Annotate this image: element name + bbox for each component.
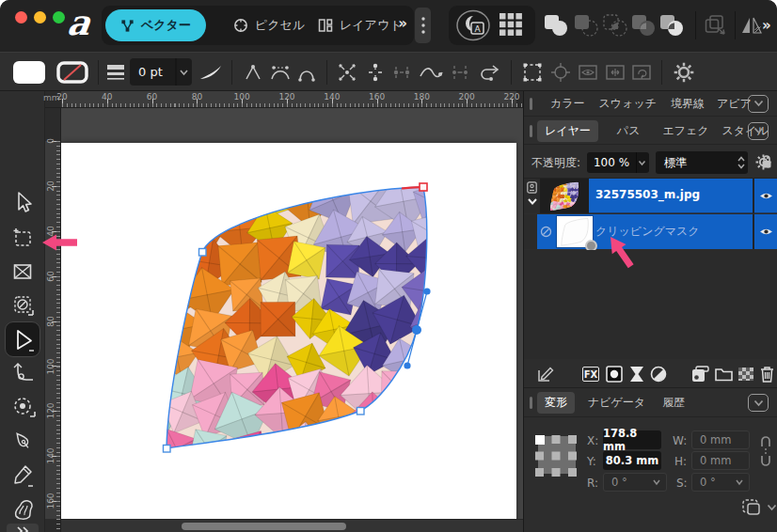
panel-collapse-button[interactable] <box>748 95 769 113</box>
transform-mode-button[interactable] <box>742 499 761 515</box>
edit-all-layers-icon[interactable] <box>537 366 554 383</box>
boolean-add-icon[interactable] <box>544 14 568 37</box>
corner-tool-icon[interactable] <box>12 362 35 386</box>
tab-paths[interactable]: パス <box>617 123 641 139</box>
anchor-point-selector[interactable] <box>535 433 579 477</box>
add-pixel-layer-icon[interactable] <box>691 366 709 383</box>
mask-thumbnail[interactable] <box>556 215 594 248</box>
opacity-combo[interactable]: 100 % <box>587 152 649 173</box>
convert-smart-node-icon[interactable] <box>296 61 317 84</box>
scale-with-object-icon[interactable] <box>604 61 626 84</box>
fill-swatch[interactable] <box>13 61 45 84</box>
curve-node[interactable] <box>199 249 207 257</box>
layer-name[interactable]: クリッピングマスク <box>595 224 700 240</box>
layer-row-image[interactable]: 32575503_m.jpg <box>524 179 777 213</box>
picture-frame-tool-icon[interactable] <box>12 260 33 283</box>
tab-navigator[interactable]: ナビゲータ <box>588 395 645 411</box>
reverse-curve-icon[interactable] <box>478 61 502 84</box>
boolean-combine-icon[interactable] <box>659 14 684 37</box>
join-curves-icon[interactable] <box>391 61 412 84</box>
tab-stroke[interactable]: 境界線 <box>671 96 705 112</box>
vector-crop-tool-icon[interactable] <box>12 294 35 319</box>
layers-list-empty-area[interactable] <box>524 250 777 359</box>
expand-chevron-icon[interactable] <box>527 197 538 206</box>
move-to-layer-icon[interactable] <box>705 14 729 37</box>
grid-view-icon[interactable] <box>499 12 523 37</box>
preview-mode-icon[interactable]: A <box>455 9 491 41</box>
close-curve-icon[interactable] <box>365 61 386 84</box>
h-input[interactable]: 0 mm <box>691 451 750 470</box>
close-window-button[interactable] <box>15 11 27 23</box>
tab-appearance[interactable]: アピア <box>717 96 752 112</box>
vector-brush-tool-icon[interactable] <box>12 497 37 522</box>
toolbar-overflow-chevron[interactable]: » <box>762 17 771 34</box>
layer-name[interactable]: 32575503_m.jpg <box>595 188 700 201</box>
horizontal-scrollbar-thumb[interactable] <box>182 523 346 530</box>
lock-icon[interactable] <box>760 154 773 170</box>
node-tool-button-selected[interactable] <box>5 321 40 357</box>
tab-color[interactable]: カラー <box>550 96 585 112</box>
layer-effects-fx-button[interactable]: FX <box>582 367 599 382</box>
rotation-input[interactable]: 0 ° <box>603 473 667 492</box>
flip-horizontal-icon[interactable] <box>741 16 762 35</box>
artboard-tool-icon[interactable] <box>12 227 33 249</box>
layer-visibility-cell[interactable] <box>753 214 777 249</box>
curve-node[interactable] <box>164 446 171 453</box>
blend-mode-select[interactable]: 標準 <box>656 151 748 174</box>
zoom-window-button[interactable] <box>53 11 65 23</box>
curve-node[interactable] <box>357 408 365 415</box>
bezier-handle-dot[interactable] <box>404 362 410 368</box>
point-transform-tool-icon[interactable] <box>12 396 37 420</box>
vertical-ruler[interactable]: 020406080100120140160 <box>45 108 61 532</box>
pencil-tool-icon[interactable] <box>12 463 35 488</box>
persona-pixel[interactable]: ピクセル <box>222 9 316 41</box>
link-dimensions-icon[interactable] <box>760 435 771 467</box>
rotate-with-object-icon[interactable] <box>630 61 653 84</box>
bezier-handle-dot[interactable] <box>423 288 430 294</box>
layer-thumbnail[interactable] <box>540 179 589 213</box>
tab-transform[interactable]: 変形 <box>537 392 575 414</box>
panel-drag-handle[interactable] <box>530 98 532 110</box>
live-filter-icon[interactable] <box>650 366 667 383</box>
horizontal-scrollbar[interactable] <box>61 519 523 532</box>
add-mask-checker-icon[interactable] <box>738 368 753 381</box>
adjustment-layer-icon[interactable] <box>629 366 644 383</box>
hide-selection-icon[interactable] <box>577 61 599 84</box>
align-nodes-icon[interactable] <box>450 61 470 84</box>
toolbar-more-button[interactable] <box>415 8 431 43</box>
transform-mode-icon[interactable] <box>521 61 544 84</box>
curve-node-red[interactable] <box>420 183 427 191</box>
break-curve-icon[interactable] <box>336 61 358 84</box>
expand-tools-button[interactable] <box>7 524 39 532</box>
layer-visibility-cell[interactable] <box>753 179 777 213</box>
anchor-top-left-selected[interactable] <box>535 435 545 445</box>
stroke-swatch[interactable] <box>56 61 88 84</box>
chevron-down-icon[interactable] <box>767 504 777 511</box>
delete-trash-icon[interactable] <box>760 366 774 383</box>
horizontal-ruler[interactable]: 20406080100120140160180200220 <box>45 91 523 108</box>
stroke-width-combo[interactable]: 0 pt <box>130 58 192 86</box>
y-input[interactable]: 80.3 mm <box>603 451 661 470</box>
panel-drag-handle[interactable] <box>530 125 532 137</box>
settings-gear-icon[interactable] <box>674 62 694 83</box>
transform-origin-icon[interactable] <box>549 61 572 84</box>
layer-row-clipping-mask[interactable]: クリッピングマスク <box>524 214 777 249</box>
minimize-window-button[interactable] <box>34 11 46 23</box>
w-input[interactable]: 0 mm <box>691 430 750 449</box>
shear-input[interactable]: 0 ° <box>691 473 750 492</box>
persona-vector[interactable]: ベクター <box>105 9 206 41</box>
tab-layers[interactable]: レイヤー <box>537 120 598 142</box>
panel-collapse-button[interactable] <box>748 122 769 140</box>
add-group-folder-icon[interactable] <box>715 367 733 382</box>
boolean-divide-icon[interactable] <box>631 14 656 37</box>
document-viewport[interactable] <box>61 108 523 532</box>
boolean-subtract-icon[interactable] <box>574 14 598 37</box>
pen-tool-icon[interactable] <box>12 430 35 454</box>
tab-history[interactable]: 履歴 <box>662 395 685 411</box>
smooth-curve-icon[interactable] <box>418 61 444 84</box>
tab-swatches[interactable]: スウォッチ <box>599 96 657 112</box>
move-tool-icon[interactable] <box>12 191 33 213</box>
convert-smooth-node-icon[interactable] <box>269 61 292 84</box>
convert-sharp-node-icon[interactable] <box>243 61 263 84</box>
panel-drag-handle[interactable] <box>530 397 532 409</box>
